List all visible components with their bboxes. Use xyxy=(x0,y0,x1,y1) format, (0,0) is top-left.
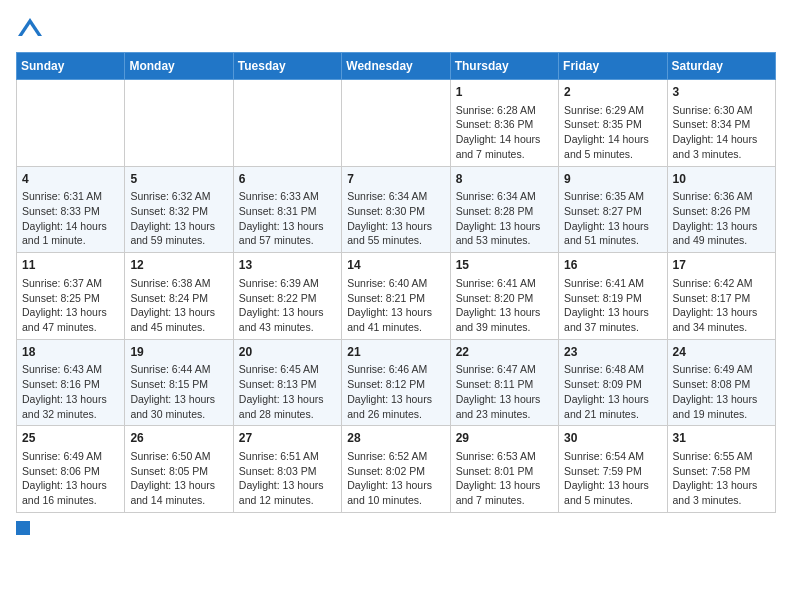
day-info: Sunrise: 6:55 AM Sunset: 7:58 PM Dayligh… xyxy=(673,449,770,508)
day-number: 10 xyxy=(673,171,770,188)
calendar-cell: 3Sunrise: 6:30 AM Sunset: 8:34 PM Daylig… xyxy=(667,80,775,167)
calendar-cell: 4Sunrise: 6:31 AM Sunset: 8:33 PM Daylig… xyxy=(17,166,125,253)
day-number: 2 xyxy=(564,84,661,101)
day-number: 13 xyxy=(239,257,336,274)
day-info: Sunrise: 6:37 AM Sunset: 8:25 PM Dayligh… xyxy=(22,276,119,335)
calendar-day-header: Sunday xyxy=(17,53,125,80)
day-info: Sunrise: 6:47 AM Sunset: 8:11 PM Dayligh… xyxy=(456,362,553,421)
day-number: 8 xyxy=(456,171,553,188)
day-number: 14 xyxy=(347,257,444,274)
calendar-cell: 9Sunrise: 6:35 AM Sunset: 8:27 PM Daylig… xyxy=(559,166,667,253)
calendar-cell xyxy=(125,80,233,167)
calendar-week-row: 25Sunrise: 6:49 AM Sunset: 8:06 PM Dayli… xyxy=(17,426,776,513)
calendar-cell: 7Sunrise: 6:34 AM Sunset: 8:30 PM Daylig… xyxy=(342,166,450,253)
calendar-table: SundayMondayTuesdayWednesdayThursdayFrid… xyxy=(16,52,776,513)
page-header xyxy=(16,16,776,44)
legend-color-box xyxy=(16,521,30,535)
calendar-week-row: 18Sunrise: 6:43 AM Sunset: 8:16 PM Dayli… xyxy=(17,339,776,426)
day-number: 31 xyxy=(673,430,770,447)
calendar-week-row: 1Sunrise: 6:28 AM Sunset: 8:36 PM Daylig… xyxy=(17,80,776,167)
calendar-cell: 15Sunrise: 6:41 AM Sunset: 8:20 PM Dayli… xyxy=(450,253,558,340)
day-info: Sunrise: 6:48 AM Sunset: 8:09 PM Dayligh… xyxy=(564,362,661,421)
calendar-cell: 22Sunrise: 6:47 AM Sunset: 8:11 PM Dayli… xyxy=(450,339,558,426)
calendar-cell: 30Sunrise: 6:54 AM Sunset: 7:59 PM Dayli… xyxy=(559,426,667,513)
calendar-cell: 13Sunrise: 6:39 AM Sunset: 8:22 PM Dayli… xyxy=(233,253,341,340)
day-info: Sunrise: 6:43 AM Sunset: 8:16 PM Dayligh… xyxy=(22,362,119,421)
day-number: 6 xyxy=(239,171,336,188)
day-number: 7 xyxy=(347,171,444,188)
day-info: Sunrise: 6:28 AM Sunset: 8:36 PM Dayligh… xyxy=(456,103,553,162)
day-info: Sunrise: 6:45 AM Sunset: 8:13 PM Dayligh… xyxy=(239,362,336,421)
day-number: 30 xyxy=(564,430,661,447)
day-number: 22 xyxy=(456,344,553,361)
day-info: Sunrise: 6:36 AM Sunset: 8:26 PM Dayligh… xyxy=(673,189,770,248)
day-number: 21 xyxy=(347,344,444,361)
calendar-cell: 6Sunrise: 6:33 AM Sunset: 8:31 PM Daylig… xyxy=(233,166,341,253)
calendar-day-header: Monday xyxy=(125,53,233,80)
calendar-day-header: Tuesday xyxy=(233,53,341,80)
calendar-cell: 19Sunrise: 6:44 AM Sunset: 8:15 PM Dayli… xyxy=(125,339,233,426)
calendar-cell: 24Sunrise: 6:49 AM Sunset: 8:08 PM Dayli… xyxy=(667,339,775,426)
day-info: Sunrise: 6:54 AM Sunset: 7:59 PM Dayligh… xyxy=(564,449,661,508)
day-info: Sunrise: 6:41 AM Sunset: 8:20 PM Dayligh… xyxy=(456,276,553,335)
day-number: 3 xyxy=(673,84,770,101)
calendar-day-header: Wednesday xyxy=(342,53,450,80)
calendar-cell: 18Sunrise: 6:43 AM Sunset: 8:16 PM Dayli… xyxy=(17,339,125,426)
day-info: Sunrise: 6:40 AM Sunset: 8:21 PM Dayligh… xyxy=(347,276,444,335)
calendar-day-header: Saturday xyxy=(667,53,775,80)
calendar-cell: 23Sunrise: 6:48 AM Sunset: 8:09 PM Dayli… xyxy=(559,339,667,426)
day-number: 4 xyxy=(22,171,119,188)
day-info: Sunrise: 6:49 AM Sunset: 8:08 PM Dayligh… xyxy=(673,362,770,421)
calendar-cell: 5Sunrise: 6:32 AM Sunset: 8:32 PM Daylig… xyxy=(125,166,233,253)
day-number: 5 xyxy=(130,171,227,188)
day-info: Sunrise: 6:49 AM Sunset: 8:06 PM Dayligh… xyxy=(22,449,119,508)
day-number: 11 xyxy=(22,257,119,274)
calendar-cell: 12Sunrise: 6:38 AM Sunset: 8:24 PM Dayli… xyxy=(125,253,233,340)
day-number: 23 xyxy=(564,344,661,361)
calendar-week-row: 4Sunrise: 6:31 AM Sunset: 8:33 PM Daylig… xyxy=(17,166,776,253)
calendar-day-header: Thursday xyxy=(450,53,558,80)
day-info: Sunrise: 6:50 AM Sunset: 8:05 PM Dayligh… xyxy=(130,449,227,508)
day-number: 25 xyxy=(22,430,119,447)
calendar-cell xyxy=(233,80,341,167)
calendar-cell: 17Sunrise: 6:42 AM Sunset: 8:17 PM Dayli… xyxy=(667,253,775,340)
day-info: Sunrise: 6:29 AM Sunset: 8:35 PM Dayligh… xyxy=(564,103,661,162)
day-info: Sunrise: 6:31 AM Sunset: 8:33 PM Dayligh… xyxy=(22,189,119,248)
day-info: Sunrise: 6:34 AM Sunset: 8:30 PM Dayligh… xyxy=(347,189,444,248)
day-number: 27 xyxy=(239,430,336,447)
day-info: Sunrise: 6:32 AM Sunset: 8:32 PM Dayligh… xyxy=(130,189,227,248)
calendar-cell xyxy=(342,80,450,167)
day-number: 17 xyxy=(673,257,770,274)
day-info: Sunrise: 6:35 AM Sunset: 8:27 PM Dayligh… xyxy=(564,189,661,248)
logo xyxy=(16,16,48,44)
day-number: 28 xyxy=(347,430,444,447)
day-info: Sunrise: 6:51 AM Sunset: 8:03 PM Dayligh… xyxy=(239,449,336,508)
day-number: 29 xyxy=(456,430,553,447)
day-info: Sunrise: 6:41 AM Sunset: 8:19 PM Dayligh… xyxy=(564,276,661,335)
calendar-cell xyxy=(17,80,125,167)
calendar-cell: 11Sunrise: 6:37 AM Sunset: 8:25 PM Dayli… xyxy=(17,253,125,340)
day-info: Sunrise: 6:46 AM Sunset: 8:12 PM Dayligh… xyxy=(347,362,444,421)
calendar-cell: 31Sunrise: 6:55 AM Sunset: 7:58 PM Dayli… xyxy=(667,426,775,513)
day-number: 24 xyxy=(673,344,770,361)
calendar-cell: 14Sunrise: 6:40 AM Sunset: 8:21 PM Dayli… xyxy=(342,253,450,340)
day-number: 26 xyxy=(130,430,227,447)
calendar-cell: 25Sunrise: 6:49 AM Sunset: 8:06 PM Dayli… xyxy=(17,426,125,513)
calendar-cell: 1Sunrise: 6:28 AM Sunset: 8:36 PM Daylig… xyxy=(450,80,558,167)
day-info: Sunrise: 6:38 AM Sunset: 8:24 PM Dayligh… xyxy=(130,276,227,335)
calendar-cell: 10Sunrise: 6:36 AM Sunset: 8:26 PM Dayli… xyxy=(667,166,775,253)
logo-icon xyxy=(16,16,44,44)
calendar-cell: 28Sunrise: 6:52 AM Sunset: 8:02 PM Dayli… xyxy=(342,426,450,513)
calendar-cell: 16Sunrise: 6:41 AM Sunset: 8:19 PM Dayli… xyxy=(559,253,667,340)
day-info: Sunrise: 6:33 AM Sunset: 8:31 PM Dayligh… xyxy=(239,189,336,248)
calendar-footer xyxy=(16,521,776,535)
day-info: Sunrise: 6:52 AM Sunset: 8:02 PM Dayligh… xyxy=(347,449,444,508)
day-number: 15 xyxy=(456,257,553,274)
day-number: 20 xyxy=(239,344,336,361)
day-info: Sunrise: 6:53 AM Sunset: 8:01 PM Dayligh… xyxy=(456,449,553,508)
day-info: Sunrise: 6:42 AM Sunset: 8:17 PM Dayligh… xyxy=(673,276,770,335)
day-number: 1 xyxy=(456,84,553,101)
day-info: Sunrise: 6:39 AM Sunset: 8:22 PM Dayligh… xyxy=(239,276,336,335)
calendar-cell: 8Sunrise: 6:34 AM Sunset: 8:28 PM Daylig… xyxy=(450,166,558,253)
day-info: Sunrise: 6:34 AM Sunset: 8:28 PM Dayligh… xyxy=(456,189,553,248)
